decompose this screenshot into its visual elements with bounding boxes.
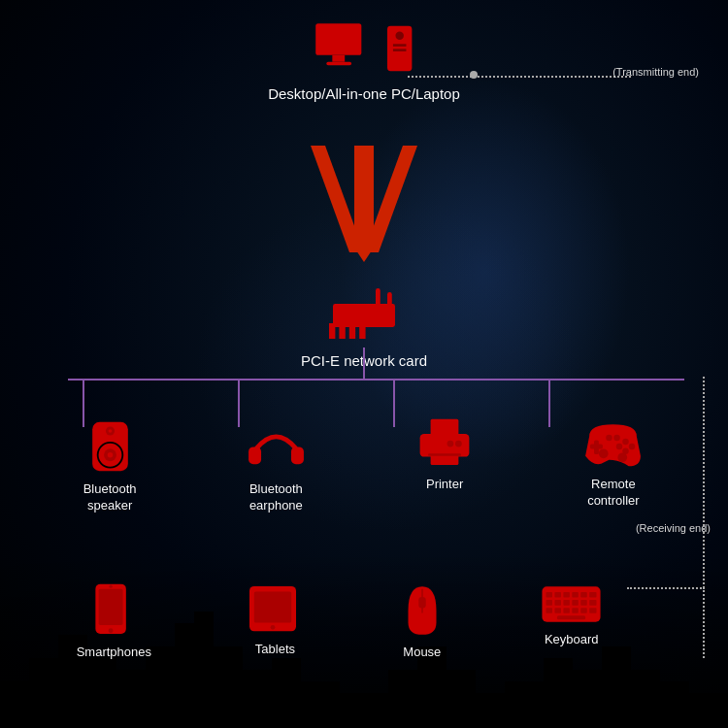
svg-rect-42 xyxy=(99,589,123,625)
svg-rect-23 xyxy=(248,447,261,464)
svg-rect-16 xyxy=(387,292,392,312)
svg-rect-0 xyxy=(315,23,361,55)
svg-rect-67 xyxy=(573,608,579,613)
bt-speaker-label: Bluetoothspeaker xyxy=(83,481,137,514)
transmitting-dot-end xyxy=(470,71,478,79)
svg-rect-49 xyxy=(418,597,425,609)
svg-rect-60 xyxy=(573,600,579,606)
svg-rect-63 xyxy=(546,608,553,613)
mouse-icon xyxy=(399,582,446,639)
svg-rect-15 xyxy=(376,288,381,312)
tablet-icon xyxy=(246,582,304,636)
svg-rect-32 xyxy=(590,445,603,449)
svg-point-33 xyxy=(623,439,630,446)
svg-rect-2 xyxy=(327,62,352,65)
pc-label: Desktop/All-in-one PC/Laptop xyxy=(268,85,460,102)
svg-rect-57 xyxy=(546,600,553,606)
svg-rect-55 xyxy=(581,592,588,598)
keyboard-item: Keyboard xyxy=(540,582,603,661)
smartphone-item: Smartphones xyxy=(77,582,151,661)
svg-point-20 xyxy=(107,452,113,458)
svg-point-38 xyxy=(614,435,621,442)
remote-controller-item: Remotecontroller xyxy=(581,417,645,514)
svg-rect-59 xyxy=(564,600,571,606)
bt-speaker-icon xyxy=(83,417,137,476)
svg-rect-66 xyxy=(557,615,585,619)
receiving-dots-v xyxy=(703,377,705,658)
svg-point-47 xyxy=(271,625,276,630)
svg-rect-13 xyxy=(349,323,355,339)
svg-point-39 xyxy=(599,448,609,458)
svg-rect-56 xyxy=(589,592,596,598)
network-card-icon xyxy=(325,286,403,345)
bt-speaker-item: Bluetoothspeaker xyxy=(83,417,137,514)
svg-rect-11 xyxy=(329,323,335,339)
printer-item: Printer xyxy=(415,417,474,514)
bt-earphone-label: Bluetoothearphone xyxy=(249,481,303,514)
mouse-label: Mouse xyxy=(403,645,441,661)
printer-label: Printer xyxy=(426,477,463,493)
svg-rect-68 xyxy=(581,608,588,613)
svg-rect-62 xyxy=(589,600,596,606)
monitor-icon xyxy=(311,19,379,78)
svg-rect-51 xyxy=(546,592,553,598)
printer-icon xyxy=(415,417,474,471)
tablet-label: Tablets xyxy=(255,642,295,658)
svg-rect-1 xyxy=(333,55,346,62)
transmitting-label: (Transmitting end) xyxy=(612,66,699,78)
devices-row1: Bluetoothspeaker Bluetoothearphone xyxy=(0,417,728,514)
h-line xyxy=(68,379,684,381)
svg-point-37 xyxy=(607,435,613,442)
remote-controller-icon xyxy=(581,417,645,471)
arrows-diagram xyxy=(252,136,476,291)
svg-rect-6 xyxy=(393,49,407,51)
svg-point-29 xyxy=(447,441,454,447)
receiving-label: (Receiving end) xyxy=(636,522,711,534)
remote-controller-label: Remotecontroller xyxy=(587,477,639,510)
svg-rect-53 xyxy=(564,592,571,598)
devices-row2: Smartphones Tablets Mouse xyxy=(0,582,679,661)
smartphone-label: Smartphones xyxy=(77,645,151,661)
svg-rect-27 xyxy=(431,448,459,465)
svg-point-28 xyxy=(455,441,462,447)
svg-point-36 xyxy=(616,444,623,450)
svg-rect-24 xyxy=(291,447,304,464)
svg-rect-25 xyxy=(431,419,459,436)
bt-earphone-item: Bluetoothearphone xyxy=(245,417,308,514)
svg-point-43 xyxy=(109,628,114,633)
keyboard-label: Keyboard xyxy=(545,632,599,648)
svg-rect-5 xyxy=(393,44,407,47)
svg-rect-52 xyxy=(555,592,562,598)
svg-rect-58 xyxy=(555,600,562,606)
svg-rect-54 xyxy=(573,592,579,598)
svg-rect-65 xyxy=(564,608,571,613)
svg-rect-64 xyxy=(555,608,562,613)
svg-point-40 xyxy=(618,452,628,462)
svg-point-22 xyxy=(108,429,112,433)
svg-rect-12 xyxy=(339,323,345,339)
tablet-item: Tablets xyxy=(246,582,304,661)
svg-point-44 xyxy=(110,584,113,587)
tower-icon xyxy=(382,24,416,78)
v-line-center xyxy=(363,347,365,380)
svg-point-4 xyxy=(396,32,404,40)
keyboard-icon xyxy=(540,582,603,626)
svg-rect-14 xyxy=(359,323,365,339)
svg-rect-46 xyxy=(254,592,291,623)
smartphone-icon xyxy=(90,582,137,639)
bt-earphone-icon xyxy=(245,417,308,476)
svg-point-34 xyxy=(629,444,636,450)
svg-rect-61 xyxy=(581,600,588,606)
mouse-item: Mouse xyxy=(399,582,446,661)
pc-section: Desktop/All-in-one PC/Laptop xyxy=(268,19,460,102)
svg-rect-30 xyxy=(428,453,461,456)
svg-rect-69 xyxy=(589,608,596,613)
